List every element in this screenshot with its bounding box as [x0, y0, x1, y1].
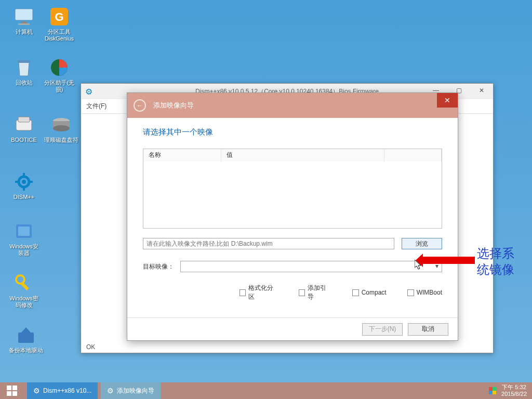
wizard-title: 添加映像向导 — [153, 101, 194, 110]
target-label: 目标映像： — [143, 262, 174, 271]
svg-rect-22 — [18, 332, 34, 343]
checkbox-compact[interactable]: Compact — [352, 284, 387, 301]
tray-clock[interactable]: 下午 5:32 2015/8/22 — [501, 384, 527, 397]
taskbar-item-wizard[interactable]: ⚙ 添加映像向导 — [101, 382, 161, 399]
desktop-label: 备份本地驱动 — [8, 347, 44, 354]
svg-point-13 — [22, 180, 26, 184]
annotation-arrow — [423, 257, 475, 264]
checkbox-addboot[interactable]: 添加引导 — [299, 284, 331, 301]
desktop-label: DISM++ — [8, 194, 39, 201]
tray-flag-icon[interactable] — [489, 387, 496, 394]
desktop-icon-win-password[interactable]: Windows密 码修改 — [8, 273, 39, 309]
desktop-icon-diskgenius[interactable]: G 分区工具 DiskGenius — [44, 6, 75, 42]
taskbar: ⚙ Dism++x86 v10... ⚙ 添加映像向导 下午 5:32 2015… — [0, 382, 532, 399]
checkbox-format[interactable]: 格式化分区 — [240, 284, 278, 301]
image-table[interactable]: 名称 值 — [143, 149, 442, 229]
wizard-heading: 请选择其中一个映像 — [143, 127, 442, 137]
col-blank — [384, 149, 442, 162]
svg-point-11 — [53, 125, 70, 131]
desktop-label: BOOTICE — [8, 137, 39, 143]
checkbox-wimboot[interactable]: WIMBoot — [407, 284, 442, 301]
back-button[interactable]: ← — [134, 99, 146, 112]
desktop-icon-computer[interactable]: 计算机 — [8, 6, 39, 35]
wizard-titlebar[interactable]: ← 添加映像向导 ✕ — [127, 93, 458, 118]
desktop-icon-disk-order[interactable]: 理顺磁盘盘符 — [44, 114, 79, 143]
svg-rect-25 — [489, 391, 493, 394]
svg-rect-0 — [15, 9, 33, 20]
svg-rect-8 — [18, 117, 30, 122]
table-body — [143, 162, 442, 229]
svg-point-20 — [16, 275, 24, 284]
desktop-label: 理顺磁盘盘符 — [44, 137, 79, 143]
desktop-icon-dism[interactable]: DISM++ — [8, 171, 39, 201]
desktop-label: 分区工具 DiskGenius — [44, 29, 75, 42]
windows-logo-icon — [7, 385, 17, 396]
taskbar-item-dism[interactable]: ⚙ Dism++x86 v10... — [27, 382, 98, 399]
desktop-icon-partition-helper[interactable]: 分区助手(无 损) — [44, 57, 75, 93]
svg-rect-19 — [18, 227, 30, 236]
start-button[interactable] — [0, 382, 24, 399]
cancel-button[interactable]: 取消 — [408, 323, 448, 336]
svg-rect-2 — [18, 23, 30, 25]
gear-icon: ⚙ — [33, 387, 40, 395]
svg-rect-23 — [489, 387, 493, 391]
desktop-icon-win-install[interactable]: Windows安 装器 — [8, 221, 39, 257]
svg-rect-5 — [18, 60, 30, 63]
svg-rect-26 — [493, 391, 496, 394]
menu-file[interactable]: 文件(F) — [86, 102, 107, 111]
svg-rect-24 — [493, 387, 496, 391]
cursor-icon — [415, 260, 423, 270]
desktop-icon-recycle[interactable]: 回收站 — [8, 57, 39, 86]
target-image-select[interactable] — [180, 261, 442, 272]
desktop-icon-backup-driver[interactable]: 备份本地驱动 — [8, 325, 44, 354]
desktop-icon-bootice[interactable]: BOOTICE — [8, 114, 39, 143]
next-button[interactable]: 下一步(N) — [362, 323, 403, 336]
wizard-dialog: ← 添加映像向导 ✕ 请选择其中一个映像 名称 值 浏览 目标映像： 格式化分区… — [127, 92, 458, 341]
close-button[interactable]: ✕ — [470, 84, 493, 97]
desktop-label: 计算机 — [8, 29, 39, 35]
gear-icon: ⚙ — [85, 87, 92, 97]
gear-icon: ⚙ — [107, 387, 114, 395]
desktop-label: 分区助手(无 损) — [44, 79, 75, 93]
system-tray[interactable]: 下午 5:32 2015/8/22 — [484, 382, 532, 399]
col-name[interactable]: 名称 — [143, 149, 221, 162]
desktop-label: Windows密 码修改 — [8, 295, 39, 309]
browse-button[interactable]: 浏览 — [402, 238, 442, 249]
annotation-text: 选择系 统镜像 — [477, 245, 514, 277]
desktop-label: 回收站 — [8, 79, 39, 86]
wizard-close-button[interactable]: ✕ — [437, 93, 458, 108]
svg-rect-1 — [21, 21, 26, 23]
desktop-label: Windows安 装器 — [8, 243, 39, 257]
image-path-input[interactable] — [143, 238, 394, 249]
svg-text:G: G — [55, 10, 63, 23]
col-value[interactable]: 值 — [221, 149, 384, 162]
svg-rect-21 — [20, 282, 29, 290]
statusbar-text: OK — [86, 343, 95, 351]
